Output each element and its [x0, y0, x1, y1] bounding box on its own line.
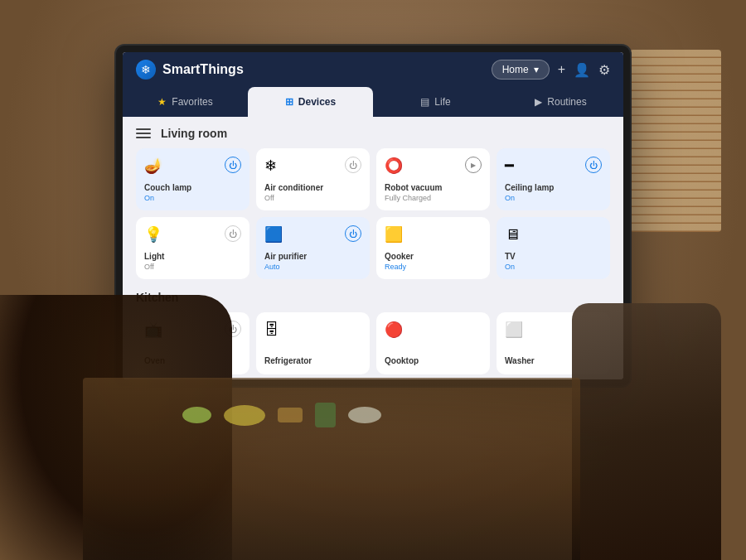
- card-top-air-conditioner: ❄ ⏻: [264, 157, 361, 173]
- routines-icon: ▶: [535, 96, 542, 108]
- name-air-purifier: Air purifier: [264, 252, 361, 262]
- name-qooker: Qooker: [385, 252, 482, 262]
- info-refrigerator: Refrigerator: [264, 356, 361, 366]
- living-room-title: Living room: [161, 127, 227, 140]
- device-card-light[interactable]: 💡 ⏻ Light Off: [136, 217, 249, 279]
- icon-light: 💡: [144, 225, 162, 242]
- card-top-tv: 🖥: [505, 225, 602, 242]
- status-air-conditioner: Off: [264, 194, 361, 202]
- info-light: Light Off: [144, 252, 241, 271]
- info-couch-lamp: Couch lamp On: [144, 183, 241, 202]
- name-couch-lamp: Couch lamp: [144, 183, 241, 193]
- life-icon: ▤: [420, 96, 429, 108]
- toggle-couch-lamp[interactable]: ⏻: [225, 157, 241, 173]
- dropdown-arrow: ▾: [534, 64, 539, 75]
- home-selector[interactable]: Home ▾: [492, 60, 550, 80]
- icon-qooktop: 🔴: [385, 321, 403, 337]
- tab-life-label: Life: [434, 96, 450, 108]
- device-card-robot-vacuum[interactable]: ⭕ ▶ Robot vacuum Fully Charged: [376, 148, 490, 210]
- status-ceiling-lamp: On: [505, 194, 602, 202]
- info-tv: TV On: [505, 252, 602, 271]
- toggle-ceiling-lamp[interactable]: ⏻: [585, 157, 602, 173]
- settings-icon[interactable]: ⚙: [598, 62, 610, 78]
- living-room-header: Living room: [136, 127, 610, 140]
- header-actions: Home ▾ + 👤 ⚙: [492, 60, 610, 80]
- info-ceiling-lamp: Ceiling lamp On: [505, 183, 602, 202]
- hamburger-menu[interactable]: [136, 128, 151, 138]
- food-item-1: [182, 407, 211, 423]
- name-ceiling-lamp: Ceiling lamp: [505, 183, 602, 193]
- tab-routines-label: Routines: [547, 96, 586, 108]
- status-robot-vacuum: Fully Charged: [385, 194, 482, 202]
- status-air-purifier: Auto: [264, 263, 361, 271]
- name-air-conditioner: Air conditioner: [264, 183, 361, 193]
- favorites-icon: ★: [157, 96, 167, 108]
- info-air-conditioner: Air conditioner Off: [264, 183, 361, 202]
- device-card-air-purifier[interactable]: 🟦 ⏻ Air purifier Auto: [256, 217, 370, 279]
- add-button[interactable]: +: [558, 62, 565, 77]
- app-header: ❄ SmartThings Home ▾ + 👤 ⚙: [123, 52, 623, 87]
- card-top-couch-lamp: 🪔 ⏻: [144, 157, 241, 173]
- icon-air-conditioner: ❄: [264, 157, 277, 173]
- icon-couch-lamp: 🪔: [144, 157, 162, 173]
- food-item-5: [348, 407, 381, 423]
- icon-ceiling-lamp: ━: [505, 157, 514, 173]
- name-refrigerator: Refrigerator: [264, 356, 361, 366]
- icon-washer: ⬜: [505, 321, 523, 337]
- icon-air-purifier: 🟦: [264, 225, 283, 242]
- info-robot-vacuum: Robot vacuum Fully Charged: [385, 183, 482, 202]
- info-qooker: Qooker Ready: [385, 252, 482, 271]
- name-light: Light: [144, 252, 241, 262]
- play-robot-vacuum[interactable]: ▶: [465, 157, 482, 173]
- icon-robot-vacuum: ⭕: [385, 157, 403, 173]
- app-name: SmartThings: [162, 62, 244, 77]
- device-card-couch-lamp[interactable]: 🪔 ⏻ Couch lamp On: [136, 148, 249, 210]
- window-blinds: [630, 50, 721, 232]
- tab-favorites-label: Favorites: [172, 96, 212, 108]
- tab-favorites[interactable]: ★ Favorites: [123, 87, 248, 117]
- card-top-ceiling-lamp: ━ ⏻: [505, 157, 602, 173]
- card-top-qooker: 🟨: [385, 225, 482, 242]
- tab-life[interactable]: ▤ Life: [373, 87, 498, 117]
- logo-area: ❄ SmartThings: [136, 60, 244, 80]
- toggle-air-purifier[interactable]: ⏻: [345, 225, 361, 242]
- devices-icon: ⊞: [285, 96, 293, 108]
- name-tv: TV: [505, 252, 602, 262]
- card-top-refrigerator: 🗄: [264, 321, 361, 337]
- device-card-ceiling-lamp[interactable]: ━ ⏻ Ceiling lamp On: [497, 148, 610, 210]
- icon-qooker: 🟨: [385, 225, 403, 242]
- status-qooker: Ready: [385, 263, 482, 271]
- toggle-air-conditioner[interactable]: ⏻: [345, 157, 361, 173]
- nav-tabs: ★ Favorites ⊞ Devices ▤ Life ▶ Routines: [123, 87, 623, 117]
- card-top-qooktop: 🔴: [385, 321, 482, 337]
- icon-tv: 🖥: [505, 225, 520, 242]
- tab-routines[interactable]: ▶ Routines: [498, 87, 623, 117]
- living-room-grid: 🪔 ⏻ Couch lamp On ❄ ⏻ Air conditioner Of…: [136, 148, 610, 279]
- device-card-refrigerator[interactable]: 🗄 Refrigerator: [256, 312, 370, 374]
- food-item-2: [224, 405, 265, 426]
- icon-refrigerator: 🗄: [264, 321, 279, 337]
- toggle-light[interactable]: ⏻: [225, 225, 241, 242]
- card-top-robot-vacuum: ⭕ ▶: [385, 157, 482, 173]
- device-card-qooker[interactable]: 🟨 Qooker Ready: [376, 217, 490, 279]
- person-right-silhouette: [572, 303, 721, 560]
- device-card-tv[interactable]: 🖥 TV On: [497, 217, 610, 279]
- device-card-air-conditioner[interactable]: ❄ ⏻ Air conditioner Off: [256, 148, 370, 210]
- device-card-qooktop[interactable]: 🔴 Qooktop: [376, 312, 490, 374]
- info-air-purifier: Air purifier Auto: [264, 252, 361, 271]
- food-item-4: [315, 403, 336, 427]
- status-couch-lamp: On: [144, 194, 241, 202]
- name-robot-vacuum: Robot vacuum: [385, 183, 482, 193]
- name-qooktop: Qooktop: [385, 356, 482, 366]
- profile-icon[interactable]: 👤: [574, 62, 590, 78]
- smartthings-logo-icon: ❄: [136, 60, 156, 80]
- card-top-light: 💡 ⏻: [144, 225, 241, 242]
- card-top-air-purifier: 🟦 ⏻: [264, 225, 361, 242]
- table-food: [182, 398, 522, 432]
- home-label: Home: [502, 64, 529, 75]
- food-item-3: [278, 408, 303, 422]
- status-light: Off: [144, 263, 241, 271]
- tab-devices[interactable]: ⊞ Devices: [248, 87, 373, 117]
- tab-devices-label: Devices: [298, 96, 336, 108]
- info-qooktop: Qooktop: [385, 356, 482, 366]
